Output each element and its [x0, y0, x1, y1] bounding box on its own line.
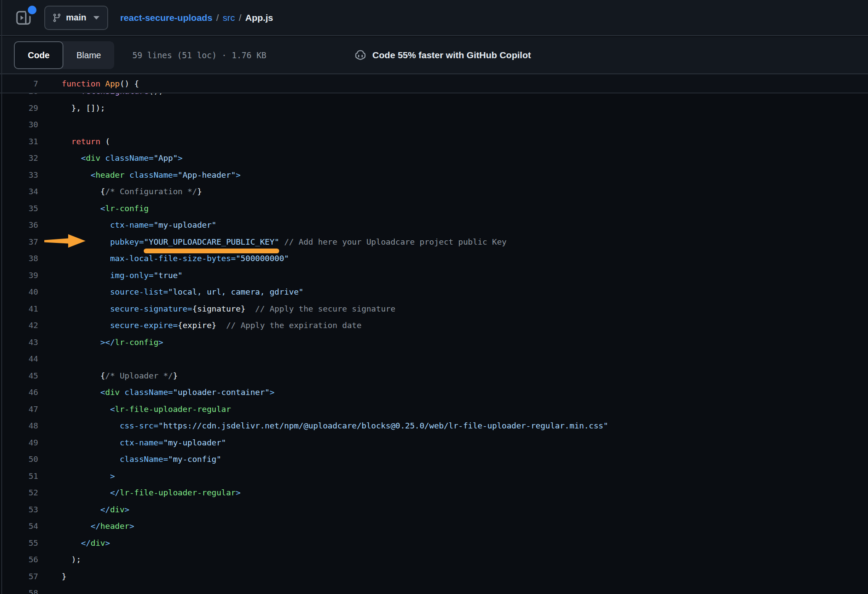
- code-row: 44: [0, 350, 868, 367]
- code-row: 49 ctx-name="my-uploader": [0, 434, 868, 451]
- code-row: 50 className="my-config": [0, 451, 868, 468]
- code-row: 53 </div>: [0, 501, 868, 518]
- line-number[interactable]: 53: [0, 505, 38, 514]
- code-line-text: return (: [38, 137, 110, 146]
- branch-name: main: [66, 13, 86, 23]
- line-number[interactable]: 42: [0, 321, 38, 330]
- copilot-banner-link[interactable]: Code 55% faster with GitHub Copilot: [353, 48, 531, 62]
- page-edge-divider: [1, 0, 2, 594]
- line-number[interactable]: 35: [0, 204, 38, 213]
- code-row: 40 source-list="local, url, camera, gdri…: [0, 283, 868, 300]
- line-number[interactable]: 41: [0, 304, 38, 313]
- tab-blame[interactable]: Blame: [63, 41, 114, 69]
- line-number[interactable]: 45: [0, 371, 38, 380]
- code-line-text: {/* Uploader */}: [38, 371, 178, 380]
- code-line-text: ctx-name="my-uploader": [38, 438, 226, 447]
- line-number[interactable]: 32: [0, 153, 38, 163]
- line-number[interactable]: 47: [0, 405, 38, 414]
- line-number[interactable]: 48: [0, 421, 38, 430]
- code-line-text: function App() {: [38, 79, 139, 88]
- code-row: 52 </lr-file-uploader-regular>: [0, 484, 868, 501]
- line-number[interactable]: 40: [0, 287, 38, 296]
- branch-selector-button[interactable]: main: [44, 6, 108, 30]
- code-line-text: >: [38, 471, 115, 481]
- code-line-text: </lr-file-uploader-regular>: [38, 488, 241, 497]
- code-row: 56 );: [0, 551, 868, 568]
- line-number[interactable]: 29: [0, 103, 38, 113]
- code-row: 37 pubkey="YOUR_UPLOADCARE_PUBLIC_KEY" /…: [0, 233, 868, 250]
- line-number[interactable]: 30: [0, 120, 38, 129]
- line-number[interactable]: 51: [0, 471, 38, 481]
- code-row: 47 <lr-file-uploader-regular: [0, 401, 868, 418]
- code-line-text: secure-signature={signature} // Apply th…: [38, 304, 396, 313]
- line-number[interactable]: 43: [0, 338, 38, 347]
- line-number[interactable]: 31: [0, 137, 38, 146]
- code-line-text: ></lr-config>: [38, 338, 163, 347]
- code-line-text: max-local-file-size-bytes="500000000": [38, 254, 289, 263]
- annotation-arrow-icon: [43, 233, 87, 252]
- code-row: 57}: [0, 568, 868, 585]
- line-number[interactable]: 58: [0, 588, 38, 594]
- code-row: 42 secure-expire={expire} // Apply the e…: [0, 317, 868, 334]
- git-branch-icon: [52, 13, 62, 23]
- code-row: 46 <div className="uploader-container">: [0, 384, 868, 401]
- code-row: 51 >: [0, 468, 868, 484]
- code-blame-switcher: Code Blame: [14, 41, 114, 69]
- code-row: 34 {/* Configuration */}: [0, 183, 868, 200]
- code-row: 33 <header className="App-header">: [0, 166, 868, 183]
- code-line-text: }: [38, 572, 66, 581]
- file-view-toolbar: Code Blame 59 lines (51 loc) · 1.76 KB C…: [0, 37, 868, 74]
- github-copilot-icon: [353, 48, 367, 62]
- breadcrumb-separator: /: [239, 13, 241, 23]
- code-line-text: ctx-name="my-uploader": [38, 220, 216, 229]
- code-line-text: <lr-file-uploader-regular: [38, 405, 231, 414]
- code-line-text: className="my-config": [38, 455, 221, 464]
- line-number[interactable]: 52: [0, 488, 38, 497]
- line-number[interactable]: 46: [0, 388, 38, 397]
- code-row: 43 ></lr-config>: [0, 334, 868, 351]
- code-row: 45 {/* Uploader */}: [0, 367, 868, 384]
- line-number[interactable]: 34: [0, 187, 38, 196]
- sticky-scope-line: 7function App() {: [0, 74, 868, 93]
- code-row: 41 secure-signature={signature} // Apply…: [0, 300, 868, 317]
- code-row: 55 </div>: [0, 534, 868, 551]
- breadcrumb-filename: App.js: [245, 13, 273, 23]
- code-row: 39 img-only="true": [0, 267, 868, 284]
- code-row: 30: [0, 116, 868, 133]
- code-line-text: </div>: [38, 538, 110, 548]
- code-row: 35 <lr-config: [0, 200, 868, 217]
- line-number[interactable]: 37: [0, 237, 38, 246]
- code-line-text: }, []);: [38, 103, 105, 113]
- breadcrumb-repo-link[interactable]: react-secure-uploads: [120, 13, 212, 23]
- line-number[interactable]: 33: [0, 170, 38, 179]
- code-line-text: img-only="true": [38, 271, 182, 280]
- line-number[interactable]: 7: [0, 79, 38, 88]
- code-row: 32 <div className="App">: [0, 149, 868, 166]
- code-row: 29 }, []);: [0, 100, 868, 116]
- breadcrumb-folder-link[interactable]: src: [223, 13, 235, 23]
- line-number[interactable]: 57: [0, 572, 38, 581]
- chevron-down-icon: [93, 16, 99, 20]
- line-number[interactable]: 38: [0, 254, 38, 263]
- line-number[interactable]: 36: [0, 220, 38, 229]
- notification-dot: [28, 6, 36, 14]
- code-row: 58: [0, 584, 868, 594]
- line-number[interactable]: 49: [0, 438, 38, 447]
- code-line-text: );: [38, 555, 81, 564]
- file-header-bar: main react-secure-uploads / src / App.js: [0, 0, 868, 36]
- breadcrumb: react-secure-uploads / src / App.js: [120, 13, 273, 23]
- expand-file-tree-button[interactable]: [13, 7, 34, 28]
- code-line-text: <lr-config: [38, 204, 149, 213]
- code-line-text: </header>: [38, 521, 134, 531]
- line-number[interactable]: 56: [0, 555, 38, 564]
- line-number[interactable]: 44: [0, 354, 38, 363]
- code-line-text: </div>: [38, 505, 129, 514]
- line-number[interactable]: 50: [0, 455, 38, 464]
- code-row: 48 css-src="https://cdn.jsdelivr.net/npm…: [0, 417, 868, 434]
- code-line-text: source-list="local, url, camera, gdrive": [38, 287, 304, 296]
- code-row: 36 ctx-name="my-uploader": [0, 216, 868, 233]
- line-number[interactable]: 55: [0, 538, 38, 548]
- line-number[interactable]: 54: [0, 521, 38, 531]
- line-number[interactable]: 39: [0, 271, 38, 280]
- tab-code[interactable]: Code: [14, 41, 63, 69]
